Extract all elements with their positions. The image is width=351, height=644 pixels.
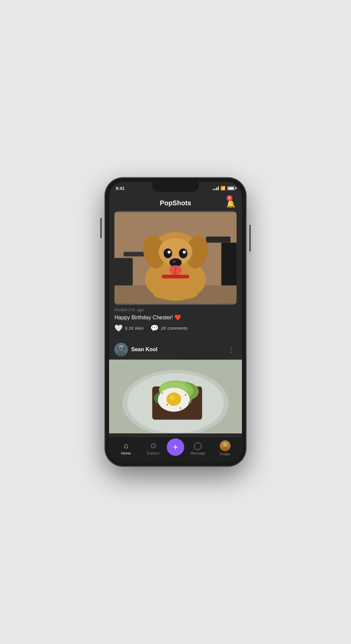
post-2: Sean Kool ⋮ — [109, 339, 242, 433]
wifi-icon: 📶 — [220, 186, 225, 191]
comment-icon: 💬 — [150, 324, 159, 332]
explore-icon: ⊙ — [150, 441, 156, 450]
post-1: Posted 3 hr. ago Happy Birthday Chester!… — [109, 211, 242, 339]
comment-count: 2K comments — [161, 326, 187, 331]
nav-profile[interactable]: Profile — [211, 440, 239, 456]
nav-message[interactable]: ◯ Message — [184, 441, 211, 455]
app-title: PopShots — [160, 199, 191, 207]
battery-icon — [227, 186, 235, 190]
post-1-caption: Happy Birthday Chester! ❤️ — [114, 314, 237, 321]
svg-point-48 — [223, 442, 228, 447]
status-icons: 📶 — [213, 186, 235, 191]
food-illustration — [109, 360, 242, 433]
profile-avatar-icon — [220, 440, 231, 451]
phone-screen: 9:41 📶 PopShots 🔔 5 — [109, 182, 242, 462]
avatar-illustration — [114, 343, 128, 356]
phone-notch — [152, 182, 199, 192]
nav-explore[interactable]: ⊙ Explore — [140, 441, 167, 455]
svg-point-46 — [188, 402, 189, 404]
nav-home[interactable]: ⌂ Home — [112, 441, 140, 455]
comment-button[interactable]: 💬 2K comments — [150, 324, 187, 332]
svg-point-12 — [179, 249, 187, 258]
app-header: PopShots 🔔 5 — [109, 197, 242, 211]
post-2-user-row: Sean Kool ⋮ — [109, 339, 242, 360]
svg-rect-3 — [206, 236, 231, 243]
svg-point-14 — [183, 251, 186, 254]
home-icon: ⌂ — [124, 441, 128, 450]
svg-point-41 — [169, 395, 175, 400]
post-2-user-info: Sean Kool — [114, 343, 157, 356]
svg-point-42 — [161, 392, 163, 394]
svg-point-43 — [185, 394, 186, 395]
feed: Posted 3 hr. ago Happy Birthday Chester!… — [109, 211, 242, 437]
like-button[interactable]: 🤍 9.1K likes — [114, 324, 144, 332]
post-1-image — [114, 211, 237, 305]
home-label: Home — [121, 451, 131, 455]
status-time: 9:41 — [116, 186, 124, 191]
dog-illustration — [114, 211, 237, 305]
svg-point-45 — [166, 404, 168, 406]
more-options-button[interactable]: ⋮ — [227, 345, 237, 354]
message-icon: ◯ — [194, 441, 202, 450]
user-avatar — [114, 343, 128, 356]
post-1-time: Posted 3 hr. ago — [114, 308, 237, 312]
notification-button[interactable]: 🔔 5 — [224, 198, 237, 210]
svg-point-21 — [181, 287, 198, 299]
explore-label: Explore — [147, 451, 159, 455]
post-2-image — [109, 360, 242, 433]
svg-rect-19 — [162, 275, 189, 278]
phone-frame: 9:41 📶 PopShots 🔔 5 — [105, 178, 246, 466]
signal-icon — [213, 186, 219, 190]
add-icon: + — [173, 442, 178, 452]
svg-point-13 — [167, 251, 170, 254]
post-2-username: Sean Kool — [131, 346, 157, 353]
svg-point-44 — [180, 408, 181, 409]
post-1-meta: Posted 3 hr. ago Happy Birthday Chester!… — [114, 305, 237, 333]
svg-point-16 — [173, 260, 176, 263]
like-count: 9.1K likes — [125, 326, 144, 331]
heart-icon: 🤍 — [114, 324, 123, 332]
post-1-actions: 🤍 9.1K likes 💬 2K comments — [114, 324, 237, 332]
bottom-navigation: ⌂ Home ⊙ Explore + ◯ Message — [109, 437, 242, 462]
svg-point-11 — [164, 249, 172, 258]
nav-add-button[interactable]: + — [167, 438, 184, 456]
message-label: Message — [190, 451, 205, 455]
svg-point-20 — [153, 287, 170, 299]
profile-label: Profile — [220, 452, 230, 456]
